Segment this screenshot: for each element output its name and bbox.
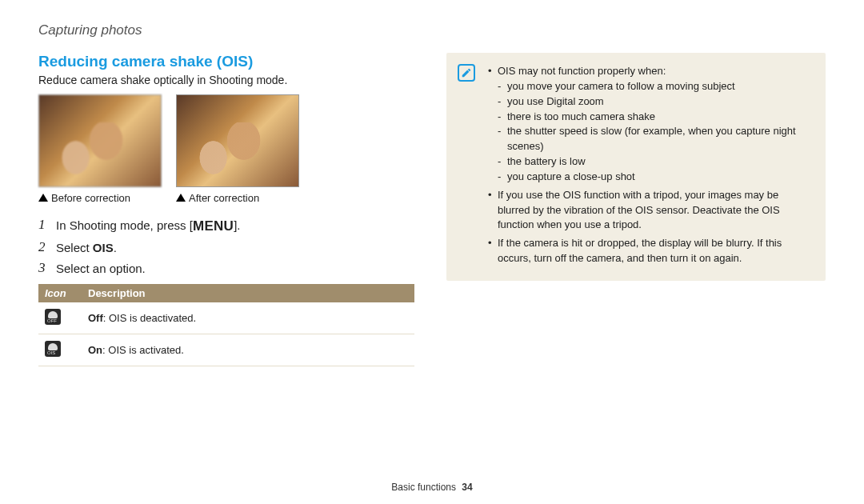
photo-after: After correction — [176, 94, 299, 204]
table-head-icon: Icon — [38, 284, 82, 302]
note-reason: you use Digital zoom — [498, 94, 813, 110]
section-intro: Reduce camera shake optically in Shootin… — [38, 74, 414, 86]
section-title: Reducing camera shake (OIS) — [38, 53, 414, 70]
table-head-description: Description — [82, 284, 414, 302]
note-reason: the battery is low — [498, 154, 813, 170]
step-text: Select OIS. — [56, 239, 117, 254]
option-icon-cell — [38, 334, 82, 366]
step-3: 3 Select an option. — [38, 260, 414, 276]
table-row: On: OIS is activated. — [38, 334, 414, 366]
triangle-up-icon — [38, 194, 48, 202]
step-number: 2 — [38, 239, 56, 255]
ois-off-icon — [45, 309, 61, 325]
note-icon — [458, 64, 475, 82]
step-1: 1 In Shooting mode, press [MENU]. — [38, 217, 414, 234]
option-icon-cell — [38, 302, 82, 334]
note-box: OIS may not function properly when: you … — [446, 53, 826, 281]
photo-before-image — [38, 94, 162, 187]
right-column: OIS may not function properly when: you … — [446, 53, 826, 366]
content-columns: Reducing camera shake (OIS) Reduce camer… — [38, 53, 826, 366]
note-lead-text: OIS may not function properly when: — [498, 65, 666, 77]
menu-key-label: MENU — [193, 218, 234, 234]
note-reason: you capture a close-up shot — [498, 170, 813, 185]
photo-after-image — [176, 94, 299, 187]
steps-list: 1 In Shooting mode, press [MENU]. 2 Sele… — [38, 217, 414, 276]
table-header-row: Icon Description — [38, 284, 414, 302]
note-item: If the camera is hit or dropped, the dis… — [488, 236, 813, 266]
step-number: 1 — [38, 217, 56, 233]
photo-before-caption: Before correction — [38, 192, 162, 204]
option-desc-cell: Off: OIS is deactivated. — [82, 302, 414, 334]
photo-before: Before correction — [38, 94, 162, 204]
example-photos: Before correction After correction — [38, 94, 414, 204]
step-number: 3 — [38, 260, 56, 276]
page-footer: Basic functions 34 — [0, 482, 864, 493]
triangle-up-icon — [176, 194, 186, 202]
note-item: If you use the OIS function with a tripo… — [488, 188, 813, 234]
footer-page-number: 34 — [462, 482, 472, 493]
note-reasons-list: you move your camera to follow a moving … — [498, 79, 813, 185]
footer-section: Basic functions — [391, 482, 456, 493]
step-text: Select an option. — [56, 260, 146, 275]
note-reason: the shutter speed is slow (for example, … — [498, 124, 813, 154]
note-list: OIS may not function properly when: you … — [488, 64, 813, 266]
photo-after-caption: After correction — [176, 192, 299, 204]
note-reason: you move your camera to follow a moving … — [498, 79, 813, 94]
step-2: 2 Select OIS. — [38, 239, 414, 255]
step-text: In Shooting mode, press [MENU]. — [56, 217, 241, 234]
note-reason: there is too much camera shake — [498, 110, 813, 125]
options-table: Icon Description Off: OIS is deactivated… — [38, 284, 414, 366]
note-item-lead: OIS may not function properly when: you … — [488, 64, 813, 185]
ois-on-icon — [45, 341, 61, 357]
left-column: Reducing camera shake (OIS) Reduce camer… — [38, 53, 414, 366]
manual-page: Capturing photos Reducing camera shake (… — [0, 0, 864, 504]
breadcrumb: Capturing photos — [38, 22, 826, 38]
pencil-note-icon — [461, 67, 472, 78]
option-desc-cell: On: OIS is activated. — [82, 334, 414, 366]
table-row: Off: OIS is deactivated. — [38, 302, 414, 334]
